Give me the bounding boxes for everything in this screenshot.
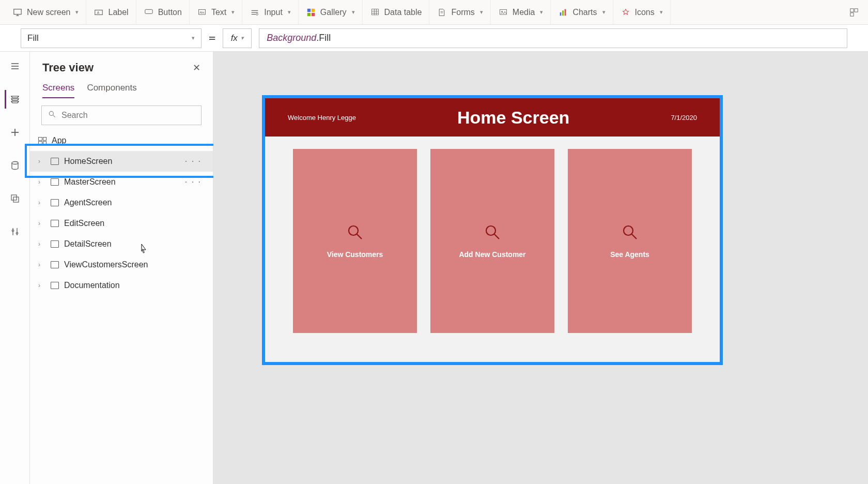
- screen-icon: [51, 240, 59, 248]
- gallery-label: Gallery: [320, 8, 347, 17]
- formula-bar: Fill ▾ = fx ▾ Background.Fill: [0, 25, 868, 52]
- text-button[interactable]: Abc Text ▾: [190, 0, 242, 24]
- svg-rect-12: [307, 8, 311, 11]
- search-icon: [48, 110, 56, 120]
- screen-header: Welcome Henry Legge Home Screen 7/1/2020: [265, 98, 720, 137]
- nav-card[interactable]: Add New Customer: [430, 149, 554, 333]
- more-icon[interactable]: · · ·: [185, 177, 202, 187]
- svg-rect-15: [312, 12, 315, 16]
- gallery-button[interactable]: Gallery ▾: [299, 0, 363, 24]
- tree-item-masterscreen[interactable]: ›MasterScreen· · ·: [30, 172, 213, 192]
- svg-rect-30: [850, 12, 854, 16]
- svg-rect-27: [565, 9, 566, 16]
- fx-button[interactable]: fx ▾: [223, 28, 252, 48]
- tree-item-label: Documentation: [64, 281, 120, 290]
- svg-rect-0: [14, 9, 21, 14]
- charts-label: Charts: [572, 8, 597, 17]
- chevron-down-icon: ▾: [75, 9, 79, 16]
- new-screen-button[interactable]: New screen ▾: [5, 0, 86, 24]
- tree-search[interactable]: [41, 105, 202, 125]
- icons-label: Icons: [635, 8, 655, 17]
- chevron-down-icon: ▾: [540, 9, 543, 16]
- svg-point-43: [49, 111, 53, 115]
- text-label: Text: [211, 8, 226, 17]
- label-icon: A: [94, 7, 104, 18]
- formula-input[interactable]: Background.Fill: [259, 28, 847, 48]
- tree-item-detailscreen[interactable]: ›DetailScreen: [30, 234, 213, 254]
- close-icon[interactable]: ✕: [193, 62, 200, 73]
- tree-item-viewcustomersscreen[interactable]: ›ViewCustomersScreen: [30, 254, 213, 275]
- media-rail-button[interactable]: [6, 189, 24, 208]
- app-icon: [38, 137, 47, 144]
- svg-point-11: [256, 13, 258, 15]
- screen-icon: [12, 7, 23, 18]
- nav-card[interactable]: See Agents: [568, 149, 692, 333]
- button-button[interactable]: Button: [136, 0, 190, 24]
- property-name: Fill: [27, 33, 39, 43]
- tab-components[interactable]: Components: [87, 83, 136, 98]
- svg-text:Abc: Abc: [199, 10, 205, 13]
- welcome-label: Welcome Henry Legge: [288, 114, 356, 122]
- ribbon-overflow[interactable]: [845, 0, 863, 24]
- data-rail-button[interactable]: [6, 156, 24, 175]
- button-icon: [144, 7, 154, 18]
- data-table-button[interactable]: Data table: [363, 0, 430, 24]
- search-icon: [484, 223, 501, 243]
- icons-icon: [621, 7, 631, 18]
- label-button[interactable]: A Label: [86, 0, 136, 24]
- screen-icon: [51, 282, 59, 289]
- search-icon: [346, 223, 364, 243]
- forms-button[interactable]: Forms ▾: [429, 0, 490, 24]
- input-icon: [250, 7, 260, 18]
- forms-label: Forms: [451, 8, 474, 17]
- search-icon: [621, 223, 639, 243]
- gallery-icon: [306, 7, 316, 18]
- chevron-down-icon: ▾: [660, 9, 663, 16]
- hamburger-icon[interactable]: [6, 57, 24, 75]
- tree-item-documentation[interactable]: ›Documentation: [30, 275, 213, 296]
- data-table-label: Data table: [384, 8, 422, 17]
- property-selector[interactable]: Fill ▾: [21, 28, 202, 48]
- svg-rect-25: [560, 12, 562, 16]
- screen-icon: [51, 158, 59, 165]
- chevron-down-icon: ▾: [288, 9, 291, 16]
- svg-rect-5: [145, 9, 152, 13]
- svg-point-36: [12, 162, 18, 164]
- tree-view-rail-button[interactable]: [5, 90, 23, 109]
- canvas[interactable]: Welcome Henry Legge Home Screen 7/1/2020…: [213, 52, 868, 484]
- screen-icon: [51, 199, 59, 206]
- more-icon[interactable]: · · ·: [185, 157, 202, 166]
- screen-icon: [51, 220, 59, 227]
- screen-frame[interactable]: Welcome Henry Legge Home Screen 7/1/2020…: [265, 98, 720, 362]
- chevron-down-icon: ▾: [241, 35, 244, 41]
- tree-item-editscreen[interactable]: ›EditScreen: [30, 213, 213, 234]
- tree-item-homescreen[interactable]: ›HomeScreen· · ·: [30, 151, 213, 172]
- input-button[interactable]: Input ▾: [242, 0, 299, 24]
- chevron-right-icon: ›: [38, 199, 45, 206]
- charts-button[interactable]: Charts ▾: [551, 0, 613, 24]
- media-label: Media: [513, 8, 535, 17]
- input-label: Input: [264, 8, 283, 17]
- tree-list: App›HomeScreen· · ·›MasterScreen· · ·›Ag…: [30, 130, 213, 484]
- chevron-right-icon: ›: [38, 261, 45, 268]
- tree-item-label: EditScreen: [64, 219, 104, 228]
- tools-rail-button[interactable]: [6, 222, 24, 241]
- svg-rect-13: [312, 8, 315, 11]
- tree-item-app[interactable]: App: [30, 130, 213, 151]
- card-label: Add New Customer: [459, 250, 525, 259]
- new-screen-label: New screen: [27, 8, 70, 17]
- svg-rect-28: [850, 8, 854, 11]
- text-icon: Abc: [197, 7, 207, 18]
- svg-rect-29: [855, 8, 858, 11]
- media-button[interactable]: Media ▾: [491, 0, 551, 24]
- search-input[interactable]: [61, 111, 195, 120]
- icons-button[interactable]: Icons ▾: [613, 0, 671, 24]
- tab-screens[interactable]: Screens: [42, 83, 74, 98]
- card-row: View CustomersAdd New CustomerSee Agents: [265, 137, 720, 345]
- nav-card[interactable]: View Customers: [293, 149, 417, 333]
- tree-item-agentscreen[interactable]: ›AgentScreen: [30, 192, 213, 213]
- insert-rail-button[interactable]: [6, 123, 24, 142]
- svg-point-24: [501, 11, 502, 12]
- chevron-right-icon: ›: [38, 178, 45, 186]
- screen-icon: [51, 261, 59, 268]
